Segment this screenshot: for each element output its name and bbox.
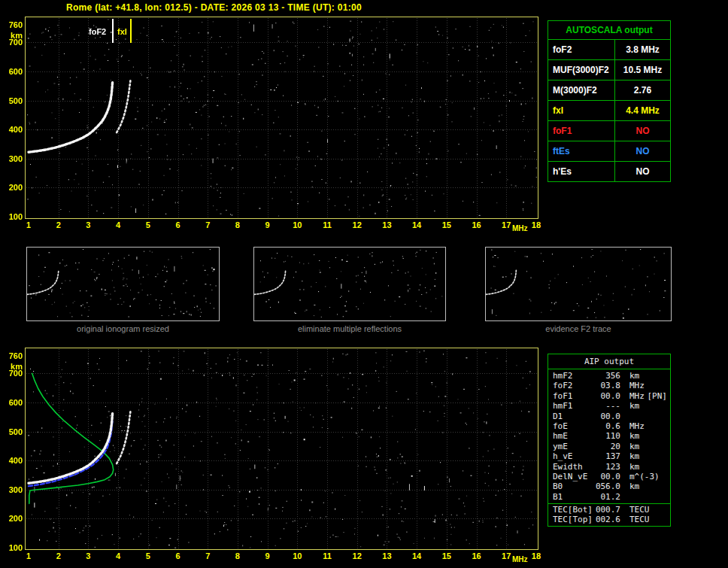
x-tick-label: 7	[205, 551, 210, 560]
ionogram-canvas-main	[26, 17, 538, 218]
x-tick-label: 14	[412, 220, 421, 229]
autoscala-row-fxi: fxI4.4 MHz	[548, 101, 670, 121]
param-value: NO	[615, 162, 670, 181]
param-label: M(3000)F2	[548, 80, 615, 100]
param-value: 056.0	[593, 481, 620, 491]
aip-row-tec-top-: TEC[Top]002.6TECU	[548, 515, 670, 524]
x-tick-label: 5	[146, 220, 150, 229]
param-label: ftEs	[548, 141, 615, 161]
param-unit: km	[620, 442, 639, 451]
y-tick-label: 300	[2, 485, 23, 494]
thumbnail-canvas	[27, 248, 217, 319]
param-unit	[620, 492, 629, 502]
param-value: 0.6	[593, 421, 620, 431]
x-tick-label: 18	[532, 220, 541, 229]
x-tick-label: 8	[235, 551, 240, 560]
y-tick-label: 400	[2, 456, 23, 465]
aip-row-ewidth: Ewidth123km	[548, 462, 670, 472]
thumbnail-multiple-reflections	[253, 247, 446, 321]
thumbnail-canvas	[486, 248, 669, 319]
ionogram-plot-main: foF2 fxI	[25, 17, 538, 219]
y-tick-label: 600	[2, 67, 23, 76]
param-value: 123	[593, 462, 620, 472]
aip-row-hmf1: hmF1---km	[548, 401, 670, 411]
x-tick-label: 6	[175, 551, 180, 560]
x-tick-label: 16	[472, 551, 481, 560]
x-tick-label: 5	[146, 551, 150, 560]
x-tick-label: 16	[472, 220, 481, 229]
param-unit: MHz	[620, 381, 645, 390]
fof2-marker-label: foF2	[89, 27, 106, 36]
ionogram-canvas-profile	[26, 348, 538, 549]
param-unit	[620, 412, 629, 421]
param-unit: MHz	[620, 421, 645, 431]
x-tick-label: 18	[532, 551, 541, 560]
param-value: 00.0	[593, 412, 620, 421]
x-tick-label: 4	[116, 551, 120, 560]
y-axis-unit-label: km	[2, 362, 23, 371]
param-label: Ewidth	[548, 462, 593, 472]
ionogram-plot-profile	[25, 348, 538, 550]
aip-row-tec-bot-: TEC[Bot]000.7TECU	[548, 505, 670, 515]
autoscala-row-m-3000-f2: M(3000)F22.76	[548, 80, 670, 101]
x-tick-label: 9	[265, 551, 270, 560]
aip-row-fof2: foF203.8MHz	[548, 381, 670, 390]
x-tick-label: 14	[412, 551, 421, 560]
param-value: 00.0	[593, 391, 620, 401]
thumbnail-caption: eliminate multiple reflections	[253, 324, 446, 333]
param-label: B1	[548, 492, 593, 502]
param-label: foE	[548, 421, 593, 431]
param-label: hmE	[548, 431, 593, 441]
x-tick-label: 2	[56, 220, 61, 229]
param-label: B0	[548, 481, 593, 491]
param-label: ymE	[548, 442, 593, 451]
y-tick-label: 400	[2, 125, 23, 134]
y-tick-label: 300	[2, 154, 23, 163]
x-tick-label: 17	[502, 551, 511, 560]
param-value: 137	[593, 451, 620, 461]
x-tick-label: 11	[323, 220, 332, 229]
x-axis-unit-label: MHz	[512, 555, 528, 563]
param-value: 01.2	[593, 492, 620, 502]
param-value: 3.8 MHz	[615, 40, 670, 59]
y-tick-label: 100	[2, 543, 23, 552]
aip-row-b1: B101.2	[548, 492, 670, 502]
x-tick-label: 8	[235, 220, 240, 229]
param-unit: km	[620, 401, 639, 411]
param-value: 2.76	[615, 80, 670, 100]
station-datetime-title: Rome (lat: +41.8, lon: 012.5) - DATE: 20…	[66, 2, 362, 13]
param-unit: km	[620, 371, 639, 381]
fxi-marker-label: fxI	[117, 27, 127, 36]
autoscala-row-h-es: h'EsNO	[548, 162, 670, 181]
aip-row-hme: hmE110km	[548, 431, 670, 441]
x-tick-label: 13	[382, 220, 391, 229]
aip-row-b0: B0056.0km	[548, 481, 670, 491]
param-label: fxI	[548, 101, 615, 120]
param-label: h_vE	[548, 451, 593, 461]
x-tick-label: 2	[56, 551, 61, 560]
x-tick-label: 12	[353, 220, 362, 229]
param-value: 4.4 MHz	[615, 101, 670, 120]
aip-row-hmf2: hmF2356km	[548, 371, 670, 381]
thumbnail-original-ionogram	[26, 247, 220, 321]
aip-output-table: AIP output hmF2356kmfoF203.8MHzfoF100.0M…	[548, 354, 671, 527]
y-axis-unit-label: km	[2, 31, 23, 40]
x-tick-label: 1	[26, 220, 31, 229]
param-value: 002.6	[593, 515, 620, 524]
param-unit: MHz	[620, 391, 645, 401]
param-value: NO	[615, 141, 670, 161]
autoscala-table-rows: foF23.8 MHzMUF(3000)F210.5 MHzM(3000)F22…	[548, 40, 670, 181]
param-value: NO	[615, 121, 670, 141]
x-tick-label: 10	[293, 551, 302, 560]
x-tick-label: 17	[502, 220, 511, 229]
param-label: MUF(3000)F2	[548, 60, 615, 80]
x-tick-label: 15	[442, 220, 451, 229]
param-value: 110	[593, 431, 620, 441]
autoscala-row-ftes: ftEsNO	[548, 141, 670, 162]
param-value: 000.7	[593, 505, 620, 515]
param-label: DelN_vE	[548, 472, 593, 481]
param-value: 20	[593, 442, 620, 451]
y-tick-label: 760	[2, 20, 23, 29]
x-tick-label: 13	[382, 551, 391, 560]
autoscala-table-title: AUTOSCALA output	[548, 21, 670, 40]
